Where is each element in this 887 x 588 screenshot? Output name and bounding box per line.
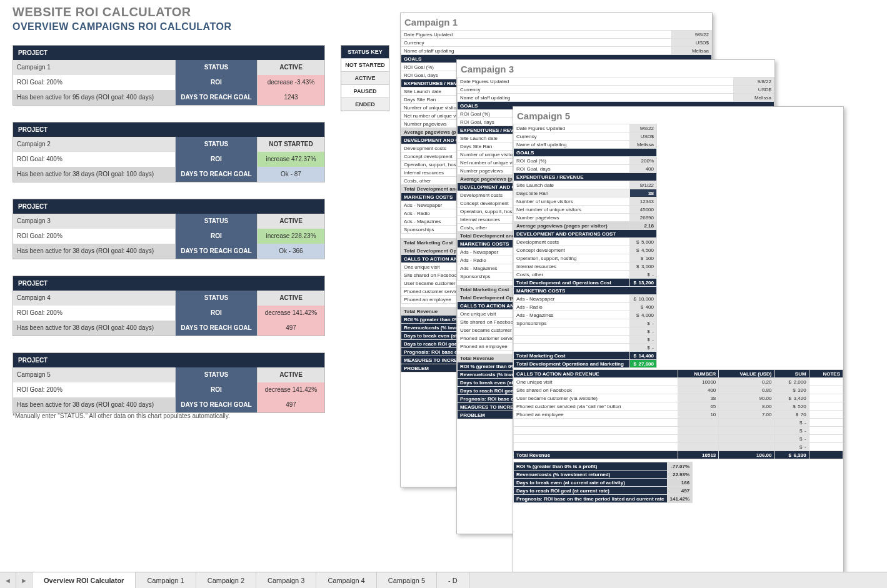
status-label: STATUS bbox=[176, 60, 257, 75]
section-mkt: MARKETING COSTS bbox=[514, 287, 657, 295]
metric-value: 141.42% bbox=[667, 495, 693, 503]
roi-goal: ROI Goal: 200% bbox=[13, 306, 176, 321]
meta-value[interactable]: 9/8/22 bbox=[672, 31, 712, 39]
sheet-title: Campaign 1 bbox=[401, 13, 712, 30]
tab[interactable]: Campaign 4 bbox=[316, 572, 376, 588]
status-key: STATUS KEY NOT STARTEDACTIVEPAUSEDENDED bbox=[341, 45, 389, 111]
roi-label: ROI bbox=[176, 382, 257, 397]
roi-change: decrease -3.43% bbox=[257, 75, 324, 90]
status-key-header: STATUS KEY bbox=[341, 46, 389, 58]
days-label: DAYS TO REACH GOAL bbox=[176, 321, 257, 336]
project-header: PROJECT bbox=[13, 353, 324, 367]
campaign-name: Campaign 3 bbox=[13, 214, 176, 229]
meta-label: Name of staff updating bbox=[514, 141, 630, 149]
campaign-name: Campaign 1 bbox=[13, 60, 176, 75]
active-text: Has been active for 38 days (ROI goal: 4… bbox=[13, 321, 176, 336]
meta-value[interactable]: USD$ bbox=[672, 39, 712, 47]
tab-nav-prev[interactable]: ◄ bbox=[0, 572, 16, 588]
tab[interactable]: - D bbox=[437, 572, 469, 588]
tab[interactable]: Campaign 2 bbox=[196, 572, 256, 588]
overview-column: PROJECTCampaign 1STATUSACTIVEROI Goal: 2… bbox=[13, 45, 325, 429]
meta-value[interactable]: USD$ bbox=[630, 132, 657, 141]
tab[interactable]: Overview ROI Calculator bbox=[33, 572, 136, 588]
meta-label: Currency bbox=[401, 39, 672, 47]
metric-value: 497 bbox=[667, 487, 693, 495]
roi-label: ROI bbox=[176, 306, 257, 321]
status-value[interactable]: ACTIVE bbox=[257, 214, 324, 229]
metric-value: -77.07% bbox=[667, 462, 693, 471]
project-header: PROJECT bbox=[13, 122, 324, 137]
roi-change: increase 228.23% bbox=[257, 229, 324, 244]
active-text: Has been active for 38 days (ROI goal: 4… bbox=[13, 397, 176, 412]
status-value[interactable]: ACTIVE bbox=[257, 60, 324, 75]
roi-label: ROI bbox=[176, 152, 257, 167]
project-block: PROJECTCampaign 5STATUSACTIVEROI Goal: 2… bbox=[13, 352, 325, 413]
days-label: DAYS TO REACH GOAL bbox=[176, 244, 257, 259]
status-label: STATUS bbox=[176, 214, 257, 229]
status-key-item: NOT STARTED bbox=[341, 58, 389, 71]
status-key-item: ACTIVE bbox=[341, 71, 389, 84]
meta-value[interactable]: Melissa bbox=[733, 94, 774, 102]
metric-label: Revenue/costs (% investment returned) bbox=[514, 471, 668, 479]
section-goals: GOALS bbox=[514, 149, 657, 157]
metric-label: Days to break even (at current rate of a… bbox=[514, 479, 668, 487]
project-block: PROJECTCampaign 4STATUSACTIVEROI Goal: 2… bbox=[13, 276, 325, 336]
status-value[interactable]: ACTIVE bbox=[257, 291, 324, 306]
metric-value: 166 bbox=[667, 479, 693, 487]
meta-label: Name of staff updating bbox=[401, 47, 672, 55]
meta-value[interactable]: USD$ bbox=[733, 86, 774, 94]
meta-value[interactable]: 9/8/22 bbox=[630, 124, 657, 132]
roi-goal: ROI Goal: 200% bbox=[13, 229, 176, 244]
roi-change: increase 472.37% bbox=[257, 152, 324, 167]
days-value: 497 bbox=[257, 321, 324, 336]
tab[interactable]: Campaign 1 bbox=[136, 572, 196, 588]
project-header: PROJECT bbox=[13, 276, 324, 291]
meta-value[interactable]: Melissa bbox=[672, 47, 712, 55]
metric-value: 22.93% bbox=[667, 471, 693, 479]
metric-label: ROI % (greater than 0% is a profit) bbox=[514, 462, 668, 471]
project-block: PROJECTCampaign 2STATUSNOT STARTEDROI Go… bbox=[13, 122, 325, 182]
days-value: 497 bbox=[257, 397, 324, 412]
status-label: STATUS bbox=[176, 291, 257, 306]
status-value[interactable]: ACTIVE bbox=[257, 367, 324, 382]
roi-change: decrease 141.42% bbox=[257, 382, 324, 397]
tab[interactable]: Campaign 5 bbox=[377, 572, 437, 588]
status-key-item: PAUSED bbox=[341, 84, 389, 97]
status-label: STATUS bbox=[176, 137, 257, 152]
sheet-title: Campaign 5 bbox=[513, 107, 843, 124]
days-value: Ok - 87 bbox=[257, 167, 324, 182]
meta-value[interactable]: Melissa bbox=[630, 141, 657, 149]
campaign-name: Campaign 4 bbox=[13, 291, 176, 306]
tab[interactable]: Campaign 3 bbox=[256, 572, 316, 588]
project-header: PROJECT bbox=[13, 199, 324, 214]
active-text: Has been active for 38 days (ROI goal: 4… bbox=[13, 244, 176, 259]
days-value: 1243 bbox=[257, 90, 324, 105]
roi-label: ROI bbox=[176, 75, 257, 90]
campaign-name: Campaign 5 bbox=[13, 367, 176, 382]
section-dev: DEVELOPMENT AND OPERATIONS COST bbox=[514, 230, 657, 238]
status-label: STATUS bbox=[176, 367, 257, 382]
sheet-title: Campaign 3 bbox=[457, 60, 774, 77]
metric-label: Prognosis: ROI base on the time period l… bbox=[514, 495, 668, 503]
roi-goal: ROI Goal: 400% bbox=[13, 152, 176, 167]
tab-nav-next[interactable]: ► bbox=[16, 572, 33, 588]
days-label: DAYS TO REACH GOAL bbox=[176, 167, 257, 182]
meta-label: Name of staff updating bbox=[458, 94, 734, 102]
footnote: *Manually enter "STATUS." All other data… bbox=[13, 412, 230, 419]
project-block: PROJECTCampaign 3STATUSACTIVEROI Goal: 2… bbox=[13, 199, 325, 259]
days-value: Ok - 366 bbox=[257, 244, 324, 259]
section-exp: EXPENDITURES / REVENUE bbox=[514, 173, 657, 181]
campaign-name: Campaign 2 bbox=[13, 137, 176, 152]
active-text: Has been active for 38 days (ROI goal: 1… bbox=[13, 167, 176, 182]
project-header: PROJECT bbox=[13, 46, 324, 60]
meta-value[interactable]: 9/8/22 bbox=[733, 77, 774, 86]
active-text: Has been active for 95 days (ROI goal: 4… bbox=[13, 90, 176, 105]
metric-label: Days to reach ROI goal (at current rate) bbox=[514, 487, 668, 495]
page-root: WEBSITE ROI CALCULATOR OVERVIEW CAMPAIGN… bbox=[0, 0, 887, 588]
meta-label: Currency bbox=[458, 86, 734, 94]
meta-label: Date Figures Updated bbox=[458, 77, 734, 86]
roi-change: decrease 141.42% bbox=[257, 306, 324, 321]
status-value[interactable]: NOT STARTED bbox=[257, 137, 324, 152]
meta-label: Date Figures Updated bbox=[401, 31, 672, 39]
roi-goal: ROI Goal: 200% bbox=[13, 382, 176, 397]
